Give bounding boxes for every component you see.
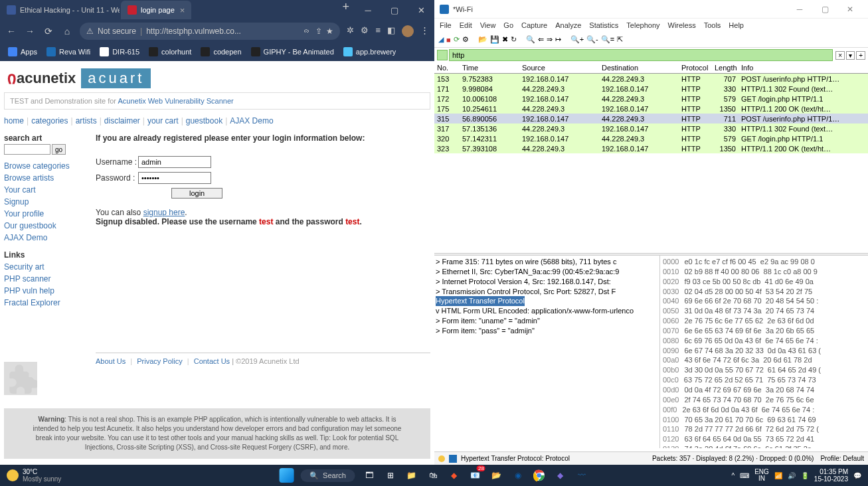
topnav-link[interactable]: AJAX Demo xyxy=(230,116,273,125)
widgets-icon[interactable]: 🗔 xyxy=(362,468,377,483)
hex-line[interactable]: 00b03d 30 0d 0a 55 70 67 72 61 64 65 2d … xyxy=(663,365,865,375)
chrome-icon[interactable] xyxy=(532,468,547,483)
filter-bookmark> -icon[interactable] xyxy=(437,50,448,60)
demo-link[interactable]: Acunetix Web Vulnerability Scanner xyxy=(118,97,233,105)
ws-resize-icon[interactable]: ⇱ xyxy=(617,35,623,44)
start-icon[interactable] xyxy=(279,468,294,483)
bookmark-icon[interactable]: ★ xyxy=(326,27,333,36)
folder-icon[interactable]: 📂 xyxy=(489,468,504,483)
tray-wifi-icon[interactable]: 📶 xyxy=(774,472,782,479)
login-button[interactable]: login xyxy=(171,188,222,199)
col-length[interactable]: Length xyxy=(712,64,738,72)
ws-close-icon[interactable]: ✕ xyxy=(837,5,863,14)
ws-menu-item[interactable]: Statistics xyxy=(589,21,618,29)
display-filter-input[interactable] xyxy=(449,49,833,61)
ws-menu-item[interactable]: Tools xyxy=(704,21,721,29)
reading-list-icon[interactable]: ≡ xyxy=(375,25,381,37)
footer-privacy[interactable]: Privacy Policy xyxy=(137,357,182,365)
tree-line[interactable]: > Form item: "pass" = "admijn" xyxy=(436,326,658,336)
ws-minimize-icon[interactable]: ─ xyxy=(787,5,812,14)
sidebar-link[interactable]: PHP scanner xyxy=(4,273,89,285)
username-input[interactable] xyxy=(138,156,211,168)
ws-menu-item[interactable]: Edit xyxy=(460,21,472,29)
ws-menu-item[interactable]: Capture xyxy=(521,21,547,29)
col-info[interactable]: Info xyxy=(738,64,868,72)
settings-icon[interactable]: ⚙ xyxy=(361,25,369,37)
explorer-icon[interactable]: 📁 xyxy=(404,468,419,483)
sidebar-link[interactable]: Fractal Explorer xyxy=(4,297,89,309)
tray-battery-icon[interactable]: 🔋 xyxy=(801,472,809,479)
ws-next-icon[interactable]: ⇒ xyxy=(547,35,553,44)
weather-widget[interactable]: 30°C Mostly sunny xyxy=(7,468,61,483)
bookmark-item[interactable]: codepen xyxy=(201,47,241,56)
hex-line[interactable]: 003002 04 d5 28 00 00 50 4f 53 54 20 2f … xyxy=(663,287,865,297)
mail-icon[interactable]: 📧28 xyxy=(468,468,483,483)
bookmark-item[interactable]: DIR-615 xyxy=(100,47,139,56)
packet-row[interactable]: 17510.25461144.228.249.3192.168.0.147HTT… xyxy=(434,104,868,114)
sidebar-link[interactable]: Signup xyxy=(4,196,89,208)
tree-line[interactable]: > Ethernet II, Src: CyberTAN_9a:ac:99 (0… xyxy=(436,267,658,277)
hex-line[interactable]: 011078 2d 77 77 77 2d 66 6f 72 6d 2d 75 … xyxy=(663,424,865,434)
obsidian-icon[interactable]: ◆ xyxy=(553,468,568,483)
window-maximize-icon[interactable]: ▢ xyxy=(381,0,408,20)
sidebar-link[interactable]: Your cart xyxy=(4,184,89,196)
ws-close-icon[interactable]: ✖ xyxy=(502,35,508,44)
url-input[interactable]: ⚠ Not secure | http://testphp.vulnweb.co… xyxy=(80,23,340,40)
sidebar-link[interactable]: Browse artists xyxy=(4,172,89,184)
edge-icon[interactable]: ◉ xyxy=(511,468,525,483)
ws-menu-item[interactable]: View xyxy=(480,21,496,29)
hex-line[interactable]: 00c063 75 72 65 2d 52 65 71 75 65 73 74 … xyxy=(663,375,865,385)
col-protocol[interactable]: Protocol xyxy=(679,64,712,72)
tree-line[interactable]: > Internet Protocol Version 4, Src: 192.… xyxy=(436,277,658,287)
packet-tree[interactable]: > Frame 315: 711 bytes on wire (5688 bit… xyxy=(434,256,660,448)
footer-contact[interactable]: Contact Us xyxy=(194,357,230,365)
sidebar-link[interactable]: Browse categories xyxy=(4,160,89,172)
bookmark-item[interactable]: app.brewery xyxy=(343,47,396,56)
hex-line[interactable]: 013074 3a 20 4d 6f 7a 69 6c 6c 61 2f 35 … xyxy=(663,444,865,448)
browser-tab[interactable]: Ethical Hacking - - Unit 11 - We× xyxy=(0,1,120,19)
ws-stop-icon[interactable]: ■ xyxy=(446,36,451,44)
ws-menu-item[interactable]: Go xyxy=(503,21,513,29)
tree-line[interactable]: v HTML Form URL Encoded: application/x-w… xyxy=(436,306,658,316)
col-no[interactable]: No. xyxy=(434,64,460,72)
home-icon[interactable]: ⌂ xyxy=(61,26,73,37)
packet-row[interactable]: 1719.99808444.228.249.3192.168.0.147HTTP… xyxy=(434,84,868,94)
ws-menu-item[interactable]: File xyxy=(440,21,452,29)
tree-line[interactable]: > Form item: "uname" = "admin" xyxy=(436,316,658,326)
tray-expand-icon[interactable]: ^ xyxy=(731,472,735,479)
new-tab-button[interactable]: + xyxy=(337,0,355,14)
store-icon[interactable]: 🛍 xyxy=(426,468,440,483)
topnav-link[interactable]: home xyxy=(4,116,24,125)
tray-notifications-icon[interactable]: 💬 xyxy=(853,472,861,479)
filter-add-icon[interactable]: + xyxy=(856,51,865,60)
bookmark-item[interactable]: GIPHY - Be Animated xyxy=(251,47,334,56)
hex-line[interactable]: 010070 65 3a 20 61 70 70 6c 69 63 61 74 … xyxy=(663,415,865,425)
packet-row[interactable]: 1539.752383192.168.0.14744.228.249.3HTTP… xyxy=(434,74,868,84)
translate-icon[interactable]: ᯅ xyxy=(304,27,311,36)
col-time[interactable]: Time xyxy=(460,64,519,72)
ws-menu-item[interactable]: Telephony xyxy=(626,21,659,29)
tree-line[interactable]: > Transmission Control Protocol, Src Por… xyxy=(436,287,658,297)
wireshark-taskbar-icon[interactable]: 〰 xyxy=(574,468,589,483)
filter-clear-icon[interactable]: × xyxy=(835,51,845,60)
share-icon[interactable]: ⇪ xyxy=(315,27,322,36)
ws-options-icon[interactable]: ⚙ xyxy=(462,35,469,44)
topnav-link[interactable]: categories xyxy=(31,116,68,125)
forward-icon[interactable]: → xyxy=(24,26,36,37)
window-close-icon[interactable]: ✕ xyxy=(408,0,434,20)
expert-info-icon[interactable] xyxy=(438,455,445,462)
tray-keyboard-icon[interactable]: ⌨ xyxy=(740,472,749,479)
extensions-icon[interactable]: ✲ xyxy=(347,25,354,37)
ws-open-icon[interactable]: 📂 xyxy=(478,35,487,44)
bookmark-item[interactable]: Reva Wifi xyxy=(46,47,90,56)
hex-line[interactable]: 001002 b9 88 ff 40 00 80 06 88 1c c0 a8 … xyxy=(663,267,865,277)
ws-zoomin-icon[interactable]: 🔍+ xyxy=(570,35,584,44)
ws-prev-icon[interactable]: ⇐ xyxy=(538,35,544,44)
packet-row[interactable]: 31556.890056192.168.0.14744.228.249.3HTT… xyxy=(434,114,868,123)
back-icon[interactable]: ← xyxy=(5,26,17,37)
tree-line[interactable]: > Frame 315: 711 bytes on wire (5688 bit… xyxy=(436,257,658,267)
filter-apply-icon[interactable]: ▾ xyxy=(846,51,855,60)
hex-dump[interactable]: 0000e0 1c fc e7 cf f6 00 45 e2 9a ac 99 … xyxy=(660,256,868,448)
hex-line[interactable]: 00706e 6e 65 63 74 69 6f 6e 3a 20 6b 65 … xyxy=(663,326,865,336)
bookmark-item[interactable]: colorhunt xyxy=(149,47,191,56)
